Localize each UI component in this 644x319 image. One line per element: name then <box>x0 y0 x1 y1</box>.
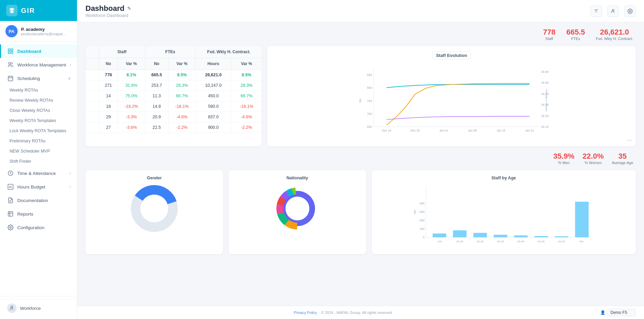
filter-button[interactable] <box>590 5 602 17</box>
stat-avg-age-label: Average Age <box>612 161 633 165</box>
svg-text:No: No <box>413 210 416 214</box>
stat-ftes: 665.5 FTEs <box>566 28 585 41</box>
svg-text:26.1K: 26.1K <box>541 125 549 129</box>
stat-women: 22.0% % Women <box>583 152 604 165</box>
svg-rect-5 <box>8 76 13 81</box>
chart-icon <box>7 183 14 190</box>
sidebar-item-weekly-rotas[interactable]: Weekly ROTAs <box>0 85 77 95</box>
svg-text:40-45: 40-45 <box>538 240 545 243</box>
demo-select[interactable]: Demo F5 Demo F4 Demo F3 <box>607 309 636 316</box>
row-staff-var: -3.3% <box>118 112 145 122</box>
user-email: productacademy@mapal... <box>21 32 66 36</box>
row-ftes-no: 20.9 <box>145 112 168 122</box>
age-chart-title: Staff by Age <box>377 176 631 180</box>
row-hours: 900.0 <box>196 122 231 133</box>
sidebar-item-shift-finder[interactable]: Shift Finder <box>0 156 77 166</box>
users-icon <box>7 61 14 68</box>
row-staff-var: 75.0% <box>118 91 145 101</box>
sidebar-item-time-attendance[interactable]: Time & Attendance › <box>0 166 77 180</box>
review-weekly-rotas-label: Review Weekly ROTAs <box>9 98 53 103</box>
time-attendance-label: Time & Attendance <box>17 171 56 176</box>
sidebar-item-documentation[interactable]: Documentation <box>0 194 77 207</box>
time-arrow-icon: › <box>70 171 71 176</box>
topbar: Dashboard ✎ Workforce Dashboard <box>77 0 644 22</box>
sidebar-item-lock-weekly-rota-templates[interactable]: Lock Weekly ROTA Templates <box>0 126 77 136</box>
pencil-icon[interactable]: ✎ <box>127 6 131 11</box>
sidebar-item-workforce-footer[interactable]: Workforce <box>0 299 77 316</box>
row-ftes-no: 11.3 <box>145 91 168 101</box>
sidebar-item-dashboard[interactable]: Dashboard <box>0 44 77 58</box>
sidebar-item-workforce[interactable]: Workforce Management › <box>0 58 77 72</box>
svg-text:100: 100 <box>419 227 424 231</box>
stat-men-label: % Men <box>553 161 574 165</box>
col-sub-staff-no: No <box>99 58 118 70</box>
chart-more-button[interactable]: ··· <box>627 137 632 144</box>
age-bar-svg: 0 100 200 300 400 <20 20-25 25-30 <box>377 183 631 247</box>
sidebar-item-scheduling[interactable]: Scheduling ∨ <box>0 72 77 85</box>
row-staff-no: 27 <box>99 122 118 133</box>
stat-fxd-value: 26,621.0 <box>596 28 633 37</box>
svg-text:Jan 08: Jan 08 <box>468 129 477 132</box>
svg-text:0: 0 <box>423 236 424 239</box>
svg-text:20-25: 20-25 <box>456 240 463 243</box>
sidebar-item-weekly-rota-templates[interactable]: Weekly ROTA Templates <box>0 116 77 126</box>
sidebar-item-new-scheduler-mvp[interactable]: NEW Scheduler MVP <box>0 146 77 156</box>
staff-evolution-svg: 650 700 750 800 850 No 26.1K 26.2K 26.3K… <box>273 62 630 140</box>
privacy-link[interactable]: Privacy Policy <box>294 311 317 315</box>
reports-label: Reports <box>17 212 33 217</box>
sidebar-logo: GIR <box>0 0 77 21</box>
sidebar-item-review-weekly-rotas[interactable]: Review Weekly ROTAs <box>0 95 77 105</box>
svg-text:Dec 18: Dec 18 <box>382 129 391 132</box>
main-grid: Staff FTEs Fxd. Wkly H. Contract. No Var… <box>85 46 636 146</box>
sidebar-item-hours-budget[interactable]: Hours Budget › <box>0 180 77 194</box>
svg-rect-2 <box>8 52 10 54</box>
gender-chart-title: Gender <box>147 176 162 180</box>
svg-text:25-30: 25-30 <box>476 240 484 243</box>
workforce-footer-icon <box>7 303 17 313</box>
stat-women-label: % Women <box>583 161 604 165</box>
lock-weekly-rota-templates-label: Lock Weekly ROTA Templates <box>9 128 66 133</box>
gender-chart-panel: Gender <box>85 170 223 254</box>
svg-point-24 <box>612 9 614 11</box>
user-info: P. academy productacademy@mapal... <box>21 27 66 36</box>
footer-copyright: Privacy Policy © 2024 - MAPAL Group. All… <box>294 311 392 315</box>
row-hours: 26,621.0 <box>196 70 231 80</box>
stat-staff-value: 778 <box>543 28 555 37</box>
svg-text:400: 400 <box>419 202 424 205</box>
bar-lt20 <box>432 234 446 237</box>
table-row: 27 -3.6% 22.5 -2.2% 900.0 -2.2% <box>85 122 262 133</box>
person-button[interactable] <box>607 5 619 17</box>
nationality-donut-svg <box>270 183 325 234</box>
documentation-label: Documentation <box>17 198 48 203</box>
row-ftes-no: 22.5 <box>145 122 168 133</box>
workforce-arrow-icon: › <box>70 62 71 67</box>
shift-finder-label: Shift Finder <box>9 159 31 164</box>
row-label <box>85 91 99 101</box>
row-ftes-no: 14.8 <box>145 101 168 112</box>
stat-staff: 778 Staff <box>543 28 555 41</box>
row-label <box>85 80 99 91</box>
svg-text:300: 300 <box>419 210 424 214</box>
stat-fxd-label: Fxd. Wkly H. Contract. <box>596 37 633 41</box>
svg-text:200: 200 <box>419 219 424 222</box>
sidebar-item-reports[interactable]: Reports <box>0 207 77 221</box>
sidebar-item-workforce-label: Workforce Management <box>17 62 66 67</box>
staff-table: Staff FTEs Fxd. Wkly H. Contract. No Var… <box>85 46 262 133</box>
svg-text:650: 650 <box>367 125 372 129</box>
sidebar-item-dashboard-label: Dashboard <box>17 49 41 54</box>
row-hours-var: -18.1% <box>231 101 262 112</box>
settings-button[interactable] <box>624 5 636 17</box>
row-staff-no: 271 <box>99 80 118 91</box>
svg-text:50+: 50+ <box>579 240 584 243</box>
sidebar-item-configuration[interactable]: Configuration <box>0 221 77 234</box>
logo-text: GIR <box>21 7 35 15</box>
table-row: 29 -3.3% 20.9 -4.6% 837.0 -4.6% <box>85 112 262 122</box>
row-ftes-var: 28.3% <box>168 80 195 91</box>
row-label <box>85 70 99 80</box>
sidebar-item-close-weekly-rotas[interactable]: Close Weekly ROTAs <box>0 105 77 116</box>
close-weekly-rotas-label: Close Weekly ROTAs <box>9 108 50 113</box>
row-hours: 590.0 <box>196 101 231 112</box>
row-hours: 837.0 <box>196 112 231 122</box>
sidebar-item-preliminary-rotas[interactable]: Preliminary ROTAs <box>0 136 77 146</box>
sidebar-user[interactable]: PA P. academy productacademy@mapal... <box>0 21 77 42</box>
